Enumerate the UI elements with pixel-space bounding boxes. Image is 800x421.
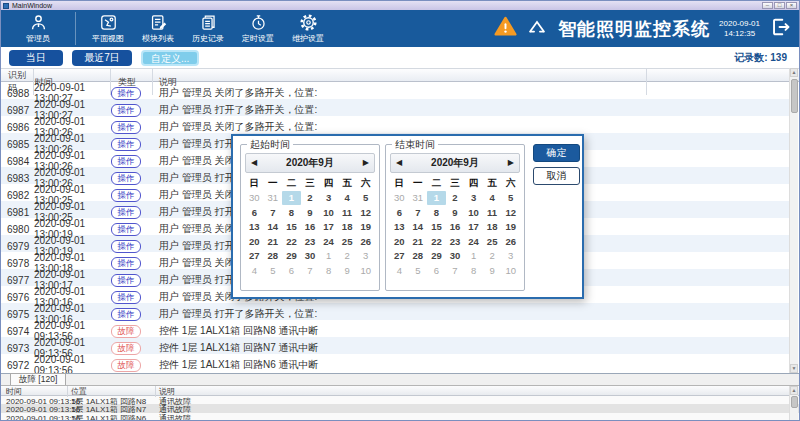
calendar-day[interactable]: 8 <box>319 263 338 278</box>
fault-type-button[interactable]: 故障 <box>111 342 141 355</box>
calendar-day[interactable]: 1 <box>319 249 338 264</box>
table-row[interactable]: 69752020-09-01 13:00:16操作用户 管理员 打开了多路开关，… <box>1 303 792 320</box>
calendar-day[interactable]: 19 <box>501 220 520 235</box>
calendar-day[interactable]: 20 <box>390 234 409 249</box>
filter-last7days-button[interactable]: 最近7日 <box>72 50 132 66</box>
operation-type-button[interactable]: 操作 <box>111 172 141 185</box>
calendar-day[interactable]: 9 <box>446 205 465 220</box>
calendar-day[interactable]: 17 <box>464 220 483 235</box>
calendar-day[interactable]: 26 <box>501 234 520 249</box>
calendar-day[interactable]: 22 <box>427 234 446 249</box>
calendar-day[interactable]: 13 <box>245 220 264 235</box>
operation-type-button[interactable]: 操作 <box>111 223 141 236</box>
calendar-day[interactable]: 24 <box>464 234 483 249</box>
calendar-day[interactable]: 2 <box>483 249 502 264</box>
selected-day[interactable]: 1 <box>427 191 446 206</box>
selected-day[interactable]: 1 <box>282 191 301 206</box>
operation-type-button[interactable]: 操作 <box>111 121 141 134</box>
scroll-thumb[interactable] <box>791 396 798 408</box>
calendar-day[interactable]: 3 <box>501 249 520 264</box>
calendar-day[interactable]: 6 <box>282 263 301 278</box>
calendar-day[interactable]: 5 <box>264 263 283 278</box>
calendar-day[interactable]: 27 <box>390 249 409 264</box>
calendar-day[interactable]: 28 <box>264 249 283 264</box>
calendar-day[interactable]: 29 <box>282 249 301 264</box>
calendar-day[interactable]: 23 <box>446 234 465 249</box>
calendar-day[interactable]: 8 <box>282 205 301 220</box>
warning-icon[interactable] <box>493 15 518 42</box>
operation-type-button[interactable]: 操作 <box>111 240 141 253</box>
calendar-day[interactable]: 6 <box>427 263 446 278</box>
calendar-day[interactable]: 5 <box>356 191 375 206</box>
calendar-day[interactable]: 4 <box>483 191 502 206</box>
calendar-day[interactable]: 4 <box>338 191 357 206</box>
filter-today-button[interactable]: 当日 <box>9 50 63 66</box>
calendar-day[interactable]: 13 <box>390 220 409 235</box>
calendar-day[interactable]: 27 <box>245 249 264 264</box>
operation-type-button[interactable]: 操作 <box>111 155 141 168</box>
table-row[interactable]: 69742020-09-01 09:13:56故障控件 1层 1ALX1箱 回路… <box>1 320 792 337</box>
operation-type-button[interactable]: 操作 <box>111 104 141 117</box>
calendar-day[interactable]: 5 <box>409 263 428 278</box>
calendar-day[interactable]: 10 <box>356 263 375 278</box>
operation-type-button[interactable]: 操作 <box>111 274 141 287</box>
calendar-day[interactable]: 11 <box>338 205 357 220</box>
operation-type-button[interactable]: 操作 <box>111 189 141 202</box>
nav-item-timer-settings[interactable]: 定时设置 <box>234 10 282 47</box>
calendar-day[interactable]: 10 <box>319 205 338 220</box>
calendar-day[interactable]: 12 <box>501 205 520 220</box>
table-row[interactable]: 69882020-09-01 13:00:27操作用户 管理员 关闭了多路开关，… <box>1 82 792 99</box>
calendar-day[interactable]: 14 <box>409 220 428 235</box>
next-month-icon[interactable]: ▶ <box>508 158 514 168</box>
calendar-day[interactable]: 2 <box>301 191 320 206</box>
calendar-day[interactable]: 17 <box>319 220 338 235</box>
table-row[interactable]: 69872020-09-01 13:00:27操作用户 管理员 打开了多路开关，… <box>1 99 792 116</box>
calendar-day[interactable]: 11 <box>483 205 502 220</box>
fault-row[interactable]: 2020-09-01 09:13:561层 1ALX1箱 回路N6通讯故障 <box>1 413 800 421</box>
calendar-day[interactable]: 22 <box>282 234 301 249</box>
calendar-day[interactable]: 19 <box>356 220 375 235</box>
calendar-day[interactable]: 25 <box>483 234 502 249</box>
nav-item-maintenance-settings[interactable]: 维护设置 <box>284 10 332 47</box>
fault-type-button[interactable]: 故障 <box>111 359 141 372</box>
operation-type-button[interactable]: 操作 <box>111 291 141 304</box>
prev-month-icon[interactable]: ◀ <box>396 158 402 168</box>
calendar-day[interactable]: 9 <box>301 205 320 220</box>
calendar-day[interactable]: 7 <box>409 205 428 220</box>
calendar-day[interactable]: 9 <box>338 263 357 278</box>
scroll-down-icon[interactable]: ▼ <box>790 364 798 373</box>
calendar-day[interactable]: 31 <box>409 191 428 206</box>
calendar-day[interactable]: 8 <box>427 205 446 220</box>
fault-scrollbar[interactable]: ▲ <box>789 386 798 421</box>
calendar-day[interactable]: 30 <box>301 249 320 264</box>
fault-row[interactable]: 2020-09-01 09:13:561层 1ALX1箱 回路N8通讯故障 <box>1 396 800 404</box>
calendar-day[interactable]: 24 <box>319 234 338 249</box>
calendar-day[interactable]: 3 <box>319 191 338 206</box>
calendar-day[interactable]: 2 <box>338 249 357 264</box>
calendar-day[interactable]: 5 <box>501 191 520 206</box>
tab-faults[interactable]: 故障 [120] <box>10 373 66 385</box>
calendar-day[interactable]: 9 <box>483 263 502 278</box>
table-row[interactable]: 69862020-09-01 13:00:26操作用户 管理员 关闭了多路开关，… <box>1 116 792 133</box>
calendar-day[interactable]: 6 <box>245 205 264 220</box>
logout-icon[interactable] <box>769 16 791 42</box>
nav-item-floorplan[interactable]: 平面视图 <box>84 10 132 47</box>
calendar-day[interactable]: 25 <box>338 234 357 249</box>
close-button[interactable]: × <box>786 2 797 9</box>
operation-type-button[interactable]: 操作 <box>111 138 141 151</box>
nav-item-module-list[interactable]: 模块列表 <box>134 10 182 47</box>
calendar-day[interactable]: 7 <box>264 205 283 220</box>
operation-type-button[interactable]: 操作 <box>111 206 141 219</box>
filter-custom-button[interactable]: 自定义... <box>141 50 199 66</box>
calendar-day[interactable]: 4 <box>245 263 264 278</box>
table-row[interactable]: 69732020-09-01 09:13:56故障控件 1层 1ALX1箱 回路… <box>1 337 792 354</box>
minimize-button[interactable]: – <box>762 2 773 9</box>
calendar-day[interactable]: 2 <box>446 191 465 206</box>
calendar-day[interactable]: 18 <box>483 220 502 235</box>
calendar-day[interactable]: 26 <box>356 234 375 249</box>
calendar-day[interactable]: 4 <box>390 263 409 278</box>
calendar-day[interactable]: 15 <box>427 220 446 235</box>
calendar-day[interactable]: 1 <box>464 249 483 264</box>
scroll-thumb[interactable] <box>791 79 798 113</box>
calendar-day[interactable]: 30 <box>390 191 409 206</box>
